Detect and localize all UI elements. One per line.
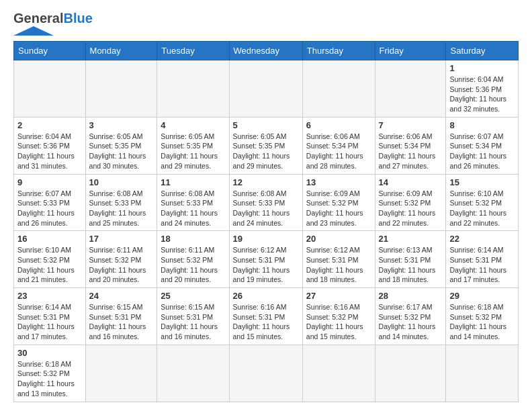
- day-info: Sunrise: 6:08 AM Sunset: 5:33 PM Dayligh…: [233, 189, 299, 228]
- calendar-day-cell: [85, 345, 157, 402]
- day-number: 9: [17, 177, 82, 187]
- day-info: Sunrise: 6:05 AM Sunset: 5:35 PM Dayligh…: [89, 132, 154, 171]
- day-number: 14: [379, 177, 443, 187]
- day-number: 22: [449, 234, 515, 244]
- svg-marker-0: [13, 26, 54, 36]
- weekday-header-sunday: Sunday: [14, 42, 86, 60]
- calendar-day-cell: 18Sunrise: 6:11 AM Sunset: 5:32 PM Dayli…: [157, 231, 229, 288]
- day-number: 20: [306, 234, 371, 244]
- day-number: 3: [89, 120, 154, 130]
- calendar-day-cell: 20Sunrise: 6:12 AM Sunset: 5:31 PM Dayli…: [302, 231, 375, 288]
- calendar-day-cell: 15Sunrise: 6:10 AM Sunset: 5:32 PM Dayli…: [446, 174, 519, 231]
- calendar-week-row: 9Sunrise: 6:07 AM Sunset: 5:33 PM Daylig…: [14, 174, 519, 231]
- calendar-day-cell: 21Sunrise: 6:13 AM Sunset: 5:31 PM Dayli…: [375, 231, 446, 288]
- day-number: 13: [306, 177, 371, 187]
- day-number: 24: [89, 291, 154, 301]
- calendar-week-row: 30Sunrise: 6:18 AM Sunset: 5:32 PM Dayli…: [14, 345, 519, 402]
- day-number: 17: [89, 234, 154, 244]
- day-number: 12: [233, 177, 299, 187]
- calendar-day-cell: 8Sunrise: 6:07 AM Sunset: 5:34 PM Daylig…: [446, 117, 519, 174]
- day-number: 2: [17, 120, 82, 130]
- calendar-day-cell: 14Sunrise: 6:09 AM Sunset: 5:32 PM Dayli…: [375, 174, 446, 231]
- calendar-day-cell: 19Sunrise: 6:12 AM Sunset: 5:31 PM Dayli…: [229, 231, 302, 288]
- calendar-day-cell: 5Sunrise: 6:05 AM Sunset: 5:35 PM Daylig…: [229, 117, 302, 174]
- day-number: 5: [233, 120, 299, 130]
- day-info: Sunrise: 6:05 AM Sunset: 5:35 PM Dayligh…: [161, 132, 225, 171]
- day-number: 23: [17, 291, 82, 301]
- logo: General Blue: [13, 11, 93, 36]
- calendar-day-cell: 28Sunrise: 6:17 AM Sunset: 5:32 PM Dayli…: [375, 288, 446, 345]
- day-info: Sunrise: 6:08 AM Sunset: 5:33 PM Dayligh…: [89, 189, 154, 228]
- day-number: 10: [89, 177, 154, 187]
- weekday-header-saturday: Saturday: [446, 42, 519, 60]
- calendar-day-cell: 1Sunrise: 6:04 AM Sunset: 5:36 PM Daylig…: [446, 60, 519, 118]
- day-number: 6: [306, 120, 371, 130]
- calendar-day-cell: [229, 60, 302, 118]
- calendar-week-row: 23Sunrise: 6:14 AM Sunset: 5:31 PM Dayli…: [14, 288, 519, 345]
- calendar-day-cell: 4Sunrise: 6:05 AM Sunset: 5:35 PM Daylig…: [157, 117, 229, 174]
- day-number: 15: [449, 177, 515, 187]
- day-info: Sunrise: 6:09 AM Sunset: 5:32 PM Dayligh…: [379, 189, 443, 228]
- calendar-day-cell: 27Sunrise: 6:16 AM Sunset: 5:32 PM Dayli…: [302, 288, 375, 345]
- day-info: Sunrise: 6:18 AM Sunset: 5:32 PM Dayligh…: [17, 359, 82, 399]
- day-number: 16: [17, 234, 82, 244]
- weekday-header-row: SundayMondayTuesdayWednesdayThursdayFrid…: [14, 42, 519, 60]
- calendar-day-cell: 11Sunrise: 6:08 AM Sunset: 5:33 PM Dayli…: [157, 174, 229, 231]
- calendar-day-cell: [157, 60, 229, 118]
- day-info: Sunrise: 6:11 AM Sunset: 5:32 PM Dayligh…: [161, 245, 225, 285]
- day-number: 8: [449, 120, 515, 130]
- day-number: 11: [161, 177, 225, 187]
- calendar-day-cell: 17Sunrise: 6:11 AM Sunset: 5:32 PM Dayli…: [85, 231, 157, 288]
- day-info: Sunrise: 6:12 AM Sunset: 5:31 PM Dayligh…: [306, 245, 371, 285]
- day-info: Sunrise: 6:18 AM Sunset: 5:32 PM Dayligh…: [449, 302, 515, 342]
- day-info: Sunrise: 6:14 AM Sunset: 5:31 PM Dayligh…: [449, 245, 515, 285]
- day-number: 19: [233, 234, 299, 244]
- day-info: Sunrise: 6:14 AM Sunset: 5:31 PM Dayligh…: [17, 302, 82, 342]
- calendar-week-row: 16Sunrise: 6:10 AM Sunset: 5:32 PM Dayli…: [14, 231, 519, 288]
- calendar-day-cell: 10Sunrise: 6:08 AM Sunset: 5:33 PM Dayli…: [85, 174, 157, 231]
- calendar-day-cell: 6Sunrise: 6:06 AM Sunset: 5:34 PM Daylig…: [302, 117, 375, 174]
- day-info: Sunrise: 6:06 AM Sunset: 5:34 PM Dayligh…: [306, 132, 371, 171]
- calendar-day-cell: [14, 60, 86, 118]
- day-number: 21: [379, 234, 443, 244]
- day-info: Sunrise: 6:04 AM Sunset: 5:36 PM Dayligh…: [17, 132, 82, 171]
- weekday-header-tuesday: Tuesday: [157, 42, 229, 60]
- calendar-day-cell: [157, 345, 229, 402]
- calendar-day-cell: [446, 345, 519, 402]
- logo-general-text: General: [13, 11, 63, 26]
- day-number: 4: [161, 120, 225, 130]
- day-number: 1: [449, 63, 515, 73]
- calendar-day-cell: [375, 345, 446, 402]
- day-info: Sunrise: 6:07 AM Sunset: 5:33 PM Dayligh…: [17, 189, 82, 228]
- calendar-week-row: 1Sunrise: 6:04 AM Sunset: 5:36 PM Daylig…: [14, 60, 519, 118]
- calendar-day-cell: 9Sunrise: 6:07 AM Sunset: 5:33 PM Daylig…: [14, 174, 86, 231]
- logo-icon: [13, 26, 54, 36]
- day-info: Sunrise: 6:06 AM Sunset: 5:34 PM Dayligh…: [379, 132, 443, 171]
- logo-blue-text: Blue: [63, 11, 92, 26]
- weekday-header-wednesday: Wednesday: [229, 42, 302, 60]
- calendar-table: SundayMondayTuesdayWednesdayThursdayFrid…: [13, 41, 519, 402]
- day-info: Sunrise: 6:17 AM Sunset: 5:32 PM Dayligh…: [379, 302, 443, 342]
- day-info: Sunrise: 6:16 AM Sunset: 5:32 PM Dayligh…: [306, 302, 371, 342]
- day-number: 7: [379, 120, 443, 130]
- calendar-day-cell: 29Sunrise: 6:18 AM Sunset: 5:32 PM Dayli…: [446, 288, 519, 345]
- day-number: 28: [379, 291, 443, 301]
- calendar-week-row: 2Sunrise: 6:04 AM Sunset: 5:36 PM Daylig…: [14, 117, 519, 174]
- day-info: Sunrise: 6:09 AM Sunset: 5:32 PM Dayligh…: [306, 189, 371, 228]
- day-info: Sunrise: 6:07 AM Sunset: 5:34 PM Dayligh…: [449, 132, 515, 171]
- calendar-day-cell: 23Sunrise: 6:14 AM Sunset: 5:31 PM Dayli…: [14, 288, 86, 345]
- day-info: Sunrise: 6:13 AM Sunset: 5:31 PM Dayligh…: [379, 245, 443, 285]
- day-info: Sunrise: 6:05 AM Sunset: 5:35 PM Dayligh…: [233, 132, 299, 171]
- calendar-day-cell: 3Sunrise: 6:05 AM Sunset: 5:35 PM Daylig…: [85, 117, 157, 174]
- day-number: 18: [161, 234, 225, 244]
- day-info: Sunrise: 6:08 AM Sunset: 5:33 PM Dayligh…: [161, 189, 225, 228]
- calendar-day-cell: 12Sunrise: 6:08 AM Sunset: 5:33 PM Dayli…: [229, 174, 302, 231]
- page-header: General Blue: [13, 11, 519, 36]
- calendar-day-cell: [229, 345, 302, 402]
- calendar-day-cell: [302, 345, 375, 402]
- calendar-day-cell: [302, 60, 375, 118]
- day-info: Sunrise: 6:16 AM Sunset: 5:31 PM Dayligh…: [233, 302, 299, 342]
- day-info: Sunrise: 6:12 AM Sunset: 5:31 PM Dayligh…: [233, 245, 299, 285]
- calendar-day-cell: [375, 60, 446, 118]
- day-number: 26: [233, 291, 299, 301]
